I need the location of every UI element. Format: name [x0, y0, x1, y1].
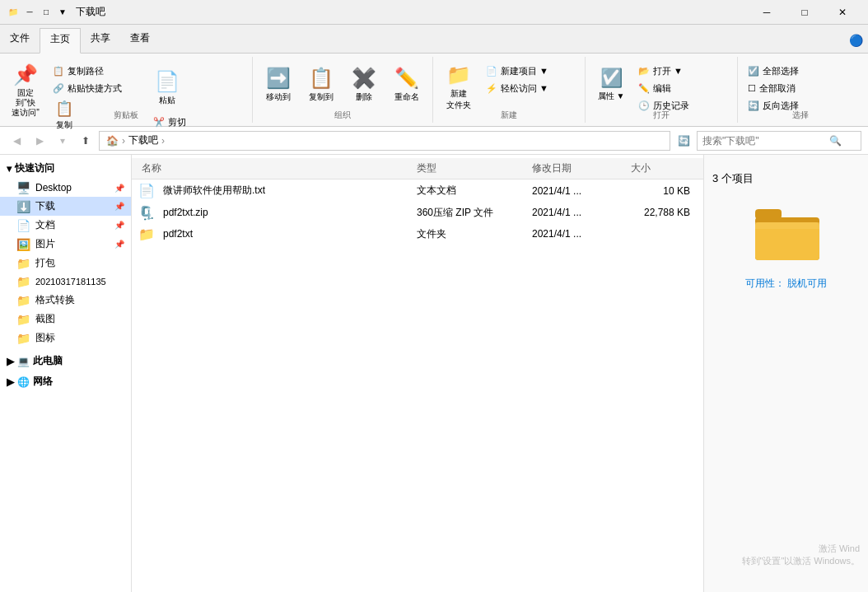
sidebar-item-downloads[interactable]: ⬇️ 下载 📌 [0, 197, 131, 216]
network-header[interactable]: ▶ 🌐 网络 [0, 371, 131, 392]
delete-button[interactable]: ✖️ 删除 [343, 60, 385, 110]
open-button[interactable]: 📂 打开 ▼ [633, 63, 732, 79]
ribbon-group-organize: ➡️ 移动到 📋 复制到 ✖️ 删除 ✏️ 重命名 组织 [253, 57, 433, 123]
move-icon: ➡️ [266, 67, 291, 90]
sidebar-item-screenshot[interactable]: 📁 截图 [0, 310, 131, 329]
desktop-label: Desktop [35, 182, 72, 193]
maximize-icon: □ [40, 6, 53, 19]
ribbon-group-open: ☑️ 属性 ▼ 📂 打开 ▼ ✏️ 编辑 🕒 历史记录 [586, 57, 738, 123]
format-icon: 📁 [16, 294, 30, 307]
documents-pin-icon: 📌 [114, 221, 124, 230]
zip-filename: pdf2txt.zip [160, 205, 417, 220]
date-folder-label: 20210317181135 [35, 277, 106, 287]
paste-icon: 📄 [155, 70, 180, 93]
file-row-folder[interactable]: 📁 pdf2txt 文件夹 2021/4/1 ... [132, 223, 703, 245]
paste-button[interactable]: 📄 粘贴 [148, 63, 186, 113]
pack-icon: 📁 [16, 257, 30, 270]
txt-size: 10 KB [631, 185, 697, 197]
ribbon-group-new: 📁 新建文件夹 📄 新建项目 ▼ ⚡ 轻松访问 ▼ 新建 [433, 57, 586, 123]
thispc-header[interactable]: ▶ 💻 此电脑 [0, 351, 131, 371]
thispc-icon: 💻 [17, 356, 30, 367]
maximize-button[interactable]: □ [786, 0, 824, 25]
column-date[interactable]: 修改日期 [532, 161, 631, 175]
sidebar-item-icons[interactable]: 📁 图标 [0, 329, 131, 347]
preview-panel: 3 个项目 可用性： 脱机可用 [703, 155, 868, 592]
sidebar-item-pictures[interactable]: 🖼️ 图片 📌 [0, 235, 131, 254]
date-folder-icon: 📁 [16, 275, 30, 288]
select-all-button[interactable]: ☑️ 全部选择 [743, 63, 858, 79]
format-label: 格式转换 [35, 293, 75, 307]
paste-shortcut-button[interactable]: 🔗 粘贴快捷方式 [48, 81, 147, 96]
pin-icon: 📌 [13, 63, 38, 86]
documents-label: 文档 [35, 218, 55, 232]
help-button[interactable]: 🔵 [843, 28, 868, 53]
sidebar-item-desktop[interactable]: 🖥️ Desktop 📌 [0, 179, 131, 197]
file-list: 名称 类型 修改日期 大小 📄 微讲师软件使用帮助.txt 文本文档 2021/… [132, 155, 703, 592]
copy-to-button[interactable]: 📋 复制到 [301, 60, 342, 110]
screenshot-icon: 📁 [16, 313, 30, 326]
copy-to-icon: 📋 [309, 67, 334, 90]
tab-file[interactable]: 文件 [0, 28, 40, 53]
new-folder-button[interactable]: 📁 新建文件夹 [438, 60, 479, 114]
ribbon: 文件 主页 共享 查看 🔵 📌 固定到"快速访问" 📋 复制路径 🔗 [0, 25, 868, 127]
minimize-icon: ─ [23, 6, 36, 19]
txt-date: 2021/4/1 ... [532, 185, 631, 197]
ribbon-tab-bar: 文件 主页 共享 查看 🔵 [0, 25, 868, 54]
close-button[interactable]: ✕ [824, 0, 861, 25]
column-size[interactable]: 大小 [631, 161, 697, 175]
svg-rect-3 [755, 222, 819, 229]
availability-label: 可用性： [745, 277, 785, 289]
move-to-button[interactable]: ➡️ 移动到 [258, 60, 299, 110]
clipboard-items: 📌 固定到"快速访问" 📋 复制路径 🔗 粘贴快捷方式 📋 复制 [5, 57, 247, 156]
file-row-zip[interactable]: 🗜️ pdf2txt.zip 360压缩 ZIP 文件 2021/4/1 ...… [132, 202, 703, 223]
sidebar-item-documents[interactable]: 📄 文档 📌 [0, 216, 131, 235]
file-row-txt[interactable]: 📄 微讲师软件使用帮助.txt 文本文档 2021/4/1 ... 10 KB [132, 179, 703, 202]
rename-button[interactable]: ✏️ 重命名 [386, 60, 427, 110]
rename-icon: ✏️ [394, 67, 419, 90]
zip-file-icon: 🗜️ [138, 204, 155, 221]
file-list-header: 名称 类型 修改日期 大小 [132, 158, 703, 179]
downloads-icon: ⬇️ [16, 200, 30, 213]
quick-access-header[interactable]: ▾ 快速访问 [0, 158, 131, 179]
main-area: ▾ 快速访问 🖥️ Desktop 📌 ⬇️ 下载 📌 📄 文档 📌 🖼️ 图片 [0, 155, 868, 592]
network-icon: 🌐 [17, 376, 30, 388]
deselect-all-button[interactable]: ☐ 全部取消 [743, 81, 858, 96]
folder-type: 文件夹 [417, 227, 532, 241]
pictures-icon: 🖼️ [16, 238, 30, 251]
ribbon-content: 📌 固定到"快速访问" 📋 复制路径 🔗 粘贴快捷方式 📋 复制 [0, 54, 868, 126]
properties-button[interactable]: ☑️ 属性 ▼ [590, 60, 632, 110]
downloads-pin-icon: 📌 [114, 202, 124, 211]
down-arrow-icon: ▼ [56, 6, 69, 19]
tab-view[interactable]: 查看 [120, 28, 160, 53]
delete-icon: ✖️ [352, 67, 376, 90]
downloads-label: 下载 [35, 199, 55, 213]
column-type[interactable]: 类型 [417, 161, 532, 175]
tab-share[interactable]: 共享 [81, 28, 120, 53]
minimize-button[interactable]: ─ [748, 0, 786, 25]
open-label: 打开 [586, 110, 737, 121]
easy-access-button[interactable]: ⚡ 轻松访问 ▼ [481, 81, 580, 96]
folder-file-icon: 📁 [138, 226, 155, 242]
folder-preview [754, 203, 819, 260]
folder-date: 2021/4/1 ... [532, 228, 631, 240]
new-item-button[interactable]: 📄 新建项目 ▼ [481, 63, 580, 79]
ribbon-group-clipboard: 📌 固定到"快速访问" 📋 复制路径 🔗 粘贴快捷方式 📋 复制 [0, 57, 253, 123]
zip-size: 22,788 KB [631, 207, 697, 218]
edit-icon: ✏️ [638, 83, 650, 94]
txt-filename: 微讲师软件使用帮助.txt [160, 182, 417, 199]
txt-file-icon: 📄 [138, 183, 155, 199]
network-label: 网络 [33, 375, 53, 389]
sidebar-item-pack[interactable]: 📁 打包 [0, 254, 131, 273]
ribbon-group-select: ☑️ 全部选择 ☐ 全部取消 🔄 反向选择 选择 [738, 57, 863, 123]
edit-button[interactable]: ✏️ 编辑 [633, 81, 732, 96]
folder-svg [754, 203, 828, 264]
icons-icon: 📁 [16, 332, 30, 345]
zip-date: 2021/4/1 ... [532, 207, 631, 218]
sidebar-item-date-folder[interactable]: 📁 20210317181135 [0, 273, 131, 291]
column-name[interactable]: 名称 [138, 160, 417, 177]
sidebar-item-format[interactable]: 📁 格式转换 [0, 291, 131, 310]
tab-home[interactable]: 主页 [40, 28, 81, 54]
txt-type: 文本文档 [417, 184, 532, 198]
copy-path-button[interactable]: 📋 复制路径 [48, 63, 147, 79]
quick-access-section: ▾ 快速访问 🖥️ Desktop 📌 ⬇️ 下载 📌 📄 文档 📌 🖼️ 图片 [0, 158, 131, 347]
